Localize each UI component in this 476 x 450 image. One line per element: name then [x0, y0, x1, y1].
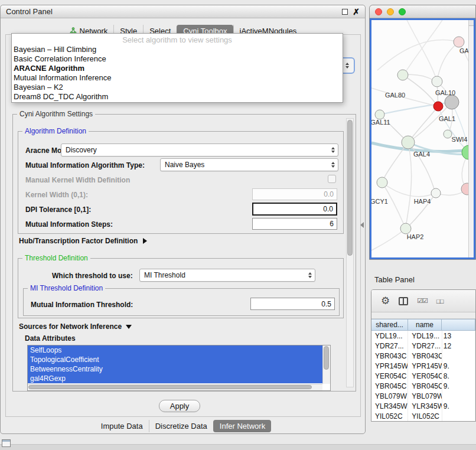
- node-label-hap4: HAP4: [414, 198, 431, 205]
- network-scrollbar-button[interactable]: [469, 20, 474, 26]
- network-node[interactable]: [445, 95, 459, 109]
- mi-threshold-label: Mutual Information Threshold:: [31, 301, 133, 309]
- settings-scrollbar[interactable]: [346, 118, 354, 387]
- node-label-gal80: GAL80: [385, 92, 405, 99]
- table-cell: 13: [442, 331, 475, 341]
- attribute-item-gal4rgexp[interactable]: gal4RGexp: [28, 374, 322, 383]
- network-canvas[interactable]: GALGAL80GAL10GAL11GAL1SWI4GAL4GCY1HAP4HA…: [370, 18, 475, 259]
- table-row[interactable]: YER054CYER054C8.: [371, 371, 475, 381]
- data-attributes-label: Data Attributes: [25, 334, 76, 343]
- manual-kernel-checkbox[interactable]: [328, 175, 336, 183]
- data-attributes-list[interactable]: SelfLoopsTopologicalCoefficientBetweenne…: [27, 345, 331, 391]
- sources-expander[interactable]: Sources for Network Inference: [19, 322, 132, 331]
- node-label-swi4: SWI4: [452, 136, 468, 143]
- apply-button[interactable]: Apply: [159, 400, 200, 412]
- table-row[interactable]: YDR27...YDR27...12: [371, 341, 475, 351]
- attributes-hscrollbar[interactable]: [28, 384, 322, 390]
- float-panel-icon[interactable]: [342, 9, 348, 15]
- panel-collapse-handle[interactable]: [360, 222, 364, 228]
- zoom-traffic-light[interactable]: [399, 8, 406, 15]
- network-node[interactable]: [433, 102, 443, 111]
- kernel-width-input[interactable]: [252, 188, 337, 200]
- minimized-panel-icon[interactable]: [2, 439, 11, 447]
- dropdown-item-aracne-algorithm[interactable]: ARACNE Algorithm: [12, 64, 343, 73]
- attribute-item-selfloops[interactable]: SelfLoops: [28, 345, 322, 355]
- column-header-extra[interactable]: [442, 319, 475, 331]
- close-panel-icon[interactable]: ✗: [353, 8, 360, 15]
- table-header: shared... name: [371, 319, 475, 331]
- settings-scrollbar-thumb[interactable]: [347, 120, 353, 256]
- sources-label: Sources for Network Inference: [19, 322, 122, 331]
- tab-impute-data[interactable]: Impute Data: [94, 420, 149, 432]
- table-row[interactable]: YIL052CYIL052C: [371, 411, 475, 421]
- close-traffic-light[interactable]: [375, 8, 382, 15]
- network-edge: [382, 182, 405, 227]
- mi-steps-input[interactable]: [252, 218, 337, 230]
- dropdown-item-dream8-dc-tdc-algorithm[interactable]: Dream8 DC_TDC Algorithm: [12, 92, 343, 102]
- network-node[interactable]: [397, 70, 408, 80]
- table-row[interactable]: YBR043CYBR043C: [371, 351, 475, 361]
- attributes-hscrollbar-thumb[interactable]: [28, 385, 312, 389]
- spinner-arrows-icon: [331, 147, 337, 153]
- network-node[interactable]: [454, 37, 464, 47]
- select-all-icon[interactable]: ☑☑: [417, 297, 428, 305]
- mi-type-select[interactable]: Naive Bayes: [160, 158, 338, 171]
- bottom-edge-bar: [0, 444, 476, 450]
- dropdown-item-basic-correlation-inference[interactable]: Basic Correlation Inference: [12, 54, 343, 64]
- attribute-item-betweennesscentrality[interactable]: BetweennessCentrality: [28, 364, 322, 374]
- table-row[interactable]: YPR145WYPR145W9.: [371, 361, 475, 371]
- network-node[interactable]: [432, 76, 442, 87]
- network-node[interactable]: [444, 130, 452, 138]
- aracne-mode-select[interactable]: Discovery: [61, 144, 338, 156]
- network-node[interactable]: [375, 110, 384, 119]
- algorithm-definition-title: Algorithm Definition: [22, 127, 89, 135]
- dropdown-item-bayesian-k2[interactable]: Bayesian – K2: [12, 83, 343, 92]
- dpi-tolerance-input[interactable]: [252, 203, 337, 216]
- node-label-hap2: HAP2: [407, 233, 424, 240]
- node-label-gal11: GAL11: [371, 119, 390, 126]
- network-node[interactable]: [402, 136, 415, 149]
- column-header-shared-name[interactable]: shared...: [371, 319, 408, 331]
- algorithm-dropdown-list: Select algorithm to view settings Bayesi…: [11, 33, 343, 103]
- network-edge: [406, 142, 412, 228]
- network-edge: [409, 106, 438, 141]
- table-cell: YBR043C: [408, 351, 442, 361]
- dropdown-item-mutual-information-inference[interactable]: Mutual Information Inference: [12, 73, 343, 83]
- gear-icon[interactable]: ⚙: [381, 296, 390, 306]
- table-cell: YBR043C: [371, 351, 408, 361]
- minimize-traffic-light[interactable]: [387, 8, 394, 15]
- table-cell: 8.: [442, 371, 475, 381]
- node-label-gcy1: GCY1: [371, 198, 388, 205]
- table-row[interactable]: YDL19...YDL19...13: [371, 331, 475, 341]
- network-node[interactable]: [400, 223, 411, 234]
- column-header-name[interactable]: name: [408, 319, 442, 331]
- table-cell: YLR345W: [408, 401, 442, 411]
- table-cell: [442, 391, 475, 401]
- columns-icon[interactable]: [399, 297, 408, 305]
- algorithm-definition-group: Algorithm Definition Aracne Mode: Discov…: [18, 131, 344, 234]
- attribute-item-topologicalcoefficient[interactable]: TopologicalCoefficient: [28, 355, 322, 364]
- mi-type-value: Naive Bayes: [165, 161, 204, 169]
- table-row[interactable]: YBL079WYBL079W: [371, 391, 475, 401]
- table-row[interactable]: YBR045CYBR045C9.: [371, 381, 475, 391]
- tab-discretize-data[interactable]: Discretize Data: [149, 420, 213, 432]
- network-node[interactable]: [377, 177, 387, 188]
- clear-all-icon[interactable]: □□: [436, 298, 443, 305]
- table-cell: YDL19...: [371, 331, 408, 341]
- dropdown-item-bayesian-hill-climbing[interactable]: Bayesian – Hill Climbing: [12, 45, 343, 54]
- network-node[interactable]: [431, 188, 441, 198]
- attributes-vscrollbar-thumb[interactable]: [324, 346, 329, 370]
- table-panel-window: ⚙ ☑☑ □□ shared... name YDL19...YDL19...1…: [371, 289, 476, 422]
- network-edge: [371, 229, 406, 250]
- network-edge: [403, 74, 451, 102]
- hub-definition-expander[interactable]: Hub/Transcription Factor Definition: [19, 237, 147, 245]
- tab-infer-network[interactable]: Infer Network: [213, 420, 271, 432]
- table-row[interactable]: YLR345WYLR345W9.: [371, 401, 475, 411]
- mi-threshold-input[interactable]: [250, 298, 335, 310]
- aracne-mode-value: Discovery: [66, 146, 97, 154]
- control-panel-titlebar: Control Panel ✗: [1, 5, 365, 18]
- which-threshold-select[interactable]: MI Threshold: [139, 269, 315, 282]
- network-scrollbar[interactable]: [468, 20, 474, 257]
- attributes-vscrollbar[interactable]: [322, 345, 330, 384]
- control-panel-window: Control Panel ✗ NetworkStyleSelectCyni T…: [0, 5, 366, 434]
